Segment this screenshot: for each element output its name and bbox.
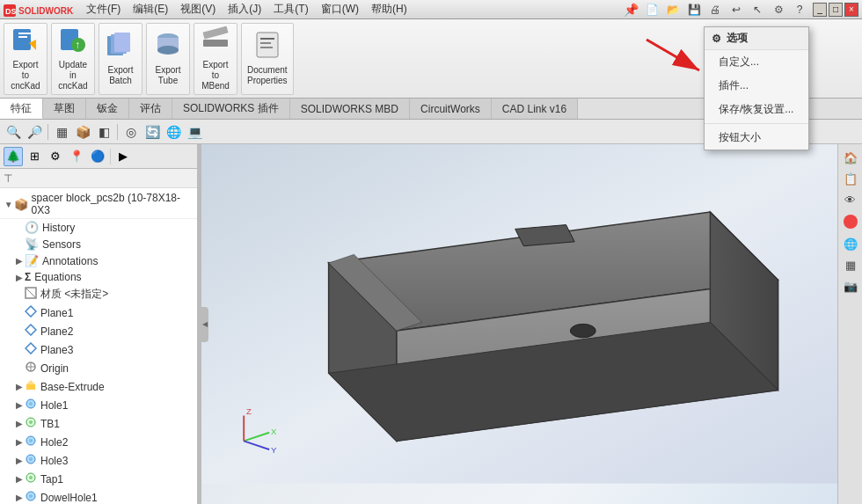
tree-item-plane1[interactable]: Plane1 (0, 303, 197, 322)
select-icon[interactable]: ↖ (748, 0, 767, 19)
tab-sketch[interactable]: 草图 (43, 99, 86, 119)
svg-point-15 (157, 46, 179, 55)
document-properties-button[interactable]: DocumentProperties (241, 23, 294, 95)
export-tube-button[interactable]: ExportTube (146, 23, 190, 95)
tree-item-annotations[interactable]: ▶ 📝 Annotations (0, 252, 197, 269)
title-bar: DS SOLIDWORKS 文件(F) 编辑(E) 视图(V) 插入(J) 工具… (0, 0, 862, 19)
tab-cadlink[interactable]: CAD Link v16 (492, 99, 578, 119)
tree-item-tap1[interactable]: ▶ Tap1 (0, 470, 197, 488)
tab-sw-mbd[interactable]: SOLIDWORKS MBD (290, 99, 410, 119)
export-mbend-button[interactable]: ExporttoMBend (194, 23, 237, 95)
menu-insert[interactable]: 插入(J) (223, 0, 267, 18)
base-extrude-label: Base-Extrude (40, 381, 105, 393)
tree-item-hole2[interactable]: ▶ Hole2 (0, 433, 197, 451)
tree-item-plane2[interactable]: Plane2 (0, 322, 197, 340)
tab-evaluate[interactable]: 评估 (129, 99, 172, 119)
config-icon[interactable]: ⚙ (46, 147, 65, 166)
right-display-btn[interactable]: ▦ (841, 255, 860, 274)
right-look-btn[interactable]: 👁 (841, 190, 860, 209)
select-btn[interactable]: ▦ (52, 122, 71, 142)
options-icon[interactable]: ⚙ (769, 0, 788, 19)
tree-item-hole3[interactable]: ▶ Hole3 (0, 451, 197, 470)
right-cam-btn[interactable]: 📷 (841, 276, 860, 296)
plane1-label: Plane1 (40, 307, 73, 319)
right-color-btn[interactable] (844, 215, 858, 229)
3d-viewport[interactable]: X Y Z ◀ (201, 144, 837, 504)
root-expander[interactable]: ▼ (4, 199, 14, 209)
tree-item-tb1[interactable]: ▶ TB1 (0, 414, 197, 433)
svg-rect-30 (26, 384, 35, 390)
menu-edit[interactable]: 编辑(E) (128, 0, 173, 18)
right-settings-btn[interactable]: 🌐 (841, 234, 860, 253)
dowelhole1-label: DowelHole1 (40, 492, 98, 504)
display-panel-icon[interactable]: 🔵 (88, 147, 107, 166)
menu-view[interactable]: 视图(V) (175, 0, 221, 18)
tree-item-plane3[interactable]: Plane3 (0, 340, 197, 359)
tree-root-item[interactable]: ▼ 📦 spacer block_pcs2b (10-78X18-0X3 (0, 190, 197, 219)
export-batch-button[interactable]: ExportBatch (99, 23, 142, 95)
search-btn[interactable]: 🔍 (4, 122, 23, 142)
tab-sheetmetal[interactable]: 钣金 (86, 99, 129, 119)
annotations-icon: 📝 (25, 254, 39, 267)
zoom-btn[interactable]: 🔎 (25, 122, 44, 142)
save-restore-item[interactable]: 保存/恢复设置... (705, 98, 808, 121)
maximize-button[interactable]: □ (829, 3, 843, 17)
view-btn[interactable]: 📦 (73, 122, 92, 142)
svg-point-33 (29, 402, 33, 405)
tree-item-hole1[interactable]: ▶ Hole1 (0, 396, 197, 414)
new-icon[interactable]: 📄 (642, 0, 661, 19)
print-icon[interactable]: 🖨 (705, 0, 725, 19)
sect-btn[interactable]: ◧ (94, 122, 113, 142)
doc-props-label: DocumentProperties (247, 65, 288, 86)
menu-window[interactable]: 窗口(W) (316, 0, 364, 18)
window-controls: _ □ × (813, 3, 858, 17)
svg-rect-12 (114, 33, 130, 52)
undo-icon[interactable]: ↩ (727, 0, 746, 19)
minimize-button[interactable]: _ (813, 3, 827, 17)
tree-item-material[interactable]: 材质 <未指定> (0, 285, 197, 303)
menu-file[interactable]: 文件(F) (81, 0, 126, 18)
save-icon[interactable]: 💾 (684, 0, 704, 19)
svg-rect-16 (203, 40, 228, 47)
cam-icon[interactable]: 📍 (67, 147, 86, 166)
tab-sw-plugins[interactable]: SOLIDWORKS 插件 (172, 99, 290, 119)
svg-text:Y: Y (271, 445, 277, 455)
tab-feature[interactable]: 特征 (0, 99, 43, 119)
property-icon[interactable]: ⊞ (25, 147, 44, 166)
right-side-panel: 🏠 📋 👁 🌐 ▦ 📷 (837, 144, 862, 504)
menu-help[interactable]: 帮助(H) (366, 0, 413, 18)
tab-circuitworks[interactable]: CircuitWorks (410, 99, 492, 119)
help-icon[interactable]: ? (790, 0, 809, 19)
tree-item-equations[interactable]: ▶ Σ Equations (0, 269, 197, 285)
menu-tools[interactable]: 工具(T) (268, 0, 313, 18)
update-in-cnckad-button[interactable]: ↑ UpdateincncKad (51, 23, 95, 95)
svg-rect-4 (18, 33, 31, 34)
filter-icon: ⊤ (4, 172, 12, 185)
doc-props-icon (253, 31, 281, 63)
hole1-icon (25, 398, 37, 413)
pin-icon[interactable]: 📌 (621, 0, 640, 19)
sensors-label: Sensors (42, 238, 81, 251)
button-size-item[interactable]: 按钮大小 (705, 126, 808, 150)
panel-collapse-handle[interactable]: ◀ (201, 307, 208, 342)
equations-expander: ▶ (14, 272, 25, 282)
open-icon[interactable]: 📂 (663, 0, 683, 19)
globe-btn[interactable]: 🌐 (164, 122, 183, 142)
tree-item-history[interactable]: 🕐 History (0, 219, 197, 236)
addins-item[interactable]: 插件... (705, 74, 808, 98)
rotate-btn[interactable]: 🔄 (142, 122, 162, 142)
feature-tree-icon[interactable]: 🌲 (4, 147, 23, 166)
origin-expander (14, 363, 25, 374)
right-home-btn[interactable]: 🏠 (841, 148, 860, 167)
close-button[interactable]: × (844, 3, 858, 17)
tree-item-origin[interactable]: Origin (0, 359, 197, 377)
tree-item-base-extrude[interactable]: ▶ Base-Extrude (0, 377, 197, 396)
customize-item[interactable]: 自定义... (705, 50, 808, 74)
right-view-btn[interactable]: 📋 (841, 169, 860, 188)
display-btn[interactable]: 💻 (185, 122, 204, 142)
export-to-cnckad-button[interactable]: ExporttocncKad (4, 23, 47, 95)
tree-item-dowelhole1[interactable]: ▶ DowelHole1 (0, 488, 197, 504)
tree-item-sensors[interactable]: 📡 Sensors (0, 236, 197, 252)
look-at-btn[interactable]: ◎ (121, 122, 141, 142)
more-icon[interactable]: ▶ (113, 147, 133, 166)
